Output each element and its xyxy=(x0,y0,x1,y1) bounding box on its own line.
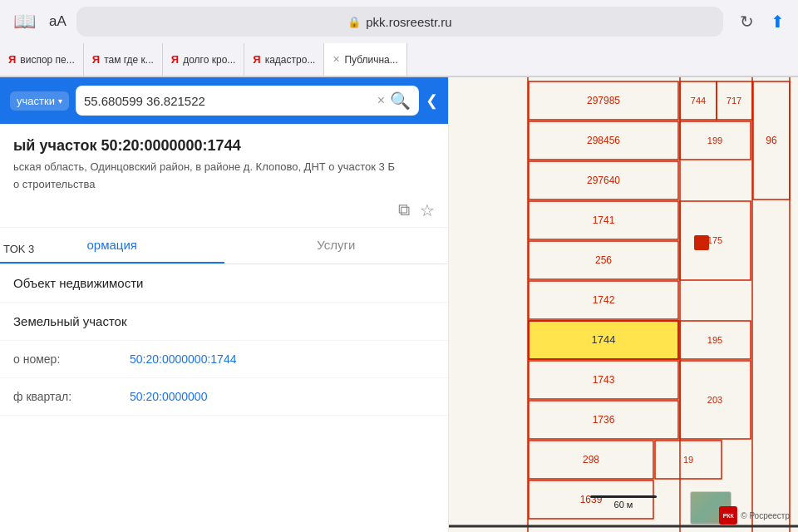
block-label: ф квартал: xyxy=(13,390,130,403)
svg-rect-0 xyxy=(449,77,798,532)
cadastral-label: о номер: xyxy=(13,352,130,366)
svg-text:297985: 297985 xyxy=(587,95,620,106)
tab-favicon-1: Я xyxy=(8,53,16,66)
left-panel: участки ▾ 55.680599 36.821522 × 🔍 ❮ ый у… xyxy=(0,77,449,532)
info-content: Объект недвижимости Земельный участок о … xyxy=(0,264,448,532)
map-svg: 297985 744 717 298456 199 297640 96 xyxy=(449,77,798,532)
collapse-icon[interactable]: ❮ xyxy=(426,91,438,110)
tab-publichna[interactable]: ✕ Публична... xyxy=(324,43,406,76)
tab-label-3: долго кро... xyxy=(183,54,235,66)
svg-text:1743: 1743 xyxy=(593,374,615,386)
tab-label-1: виспор пе... xyxy=(20,54,74,66)
search-category-label: участки xyxy=(17,95,55,107)
svg-text:175: 175 xyxy=(707,235,722,245)
tab-close-icon[interactable]: ✕ xyxy=(332,54,340,65)
search-icon[interactable]: 🔍 xyxy=(390,91,411,111)
object-type-row: Объект недвижимости xyxy=(13,276,143,290)
block-value[interactable]: 50:20:0000000 xyxy=(130,390,207,403)
svg-text:297640: 297640 xyxy=(587,175,620,186)
tab-kadastro[interactable]: Я кадастро... xyxy=(244,43,324,76)
search-value: 55.680599 36.821522 xyxy=(84,94,372,108)
tok-label: TOK 3 xyxy=(0,241,37,257)
tab-favicon-3: Я xyxy=(171,53,179,66)
tab-dolgo[interactable]: Я долго кро... xyxy=(163,43,244,76)
chevron-down-icon: ▾ xyxy=(58,96,62,106)
svg-text:744: 744 xyxy=(691,96,706,106)
object-header: ый участок 50:20:0000000:1744 ьская обла… xyxy=(0,124,448,228)
svg-text:298456: 298456 xyxy=(587,135,620,146)
scale-line xyxy=(590,495,657,498)
svg-text:96: 96 xyxy=(766,135,777,146)
rosreestr-watermark: РКК © Росреестр xyxy=(719,506,790,525)
copy-action-icon[interactable]: ⧉ xyxy=(398,200,410,220)
address-bar[interactable]: 🔒 pkk.rosreestr.ru xyxy=(76,7,723,37)
share-icon[interactable]: ⬆ xyxy=(771,12,785,32)
browser-chrome: 📖 аА 🔒 pkk.rosreestr.ru ↻ ⬆ Я виспор пе.… xyxy=(0,0,798,77)
object-title: ый участок 50:20:0000000:1744 xyxy=(13,137,435,155)
svg-text:203: 203 xyxy=(707,395,722,405)
tab-favicon-4: Я xyxy=(253,53,260,66)
svg-text:1744: 1744 xyxy=(592,333,616,346)
tab-vispor[interactable]: Я виспор пе... xyxy=(0,43,84,76)
object-actions: ⧉ ☆ xyxy=(13,197,435,220)
svg-text:1741: 1741 xyxy=(593,214,615,226)
svg-text:19: 19 xyxy=(683,455,693,465)
rosreestr-logo-text: РКК xyxy=(723,513,734,519)
tabs-row: Я виспор пе... Я там где к... Я долго кр… xyxy=(0,43,798,76)
tab-services-label: Услуги xyxy=(317,238,355,252)
svg-text:256: 256 xyxy=(595,254,612,266)
address-bar-row: 📖 аА 🔒 pkk.rosreestr.ru ↻ ⬆ xyxy=(0,0,798,43)
land-type-row: Земельный участок xyxy=(13,314,127,328)
main-content: участки ▾ 55.680599 36.821522 × 🔍 ❮ ый у… xyxy=(0,77,798,532)
object-address: ьская область, Одинцовский район, в райо… xyxy=(13,160,435,175)
tab-info-label: ормация xyxy=(87,238,137,252)
tab-label-5: Публична... xyxy=(344,54,397,66)
map-area[interactable]: 297985 744 717 298456 199 297640 96 xyxy=(449,77,798,532)
cadastral-value[interactable]: 50:20:0000000:1744 xyxy=(130,352,236,366)
tab-services[interactable]: Услуги xyxy=(224,228,449,264)
svg-text:199: 199 xyxy=(707,135,722,145)
object-type: о строительства xyxy=(13,178,435,190)
list-item: о номер: 50:20:0000000:1744 xyxy=(0,341,448,378)
tab-favicon-2: Я xyxy=(92,53,100,66)
info-tabs: ормация Услуги xyxy=(0,228,448,264)
search-category[interactable]: участки ▾ xyxy=(10,91,69,111)
svg-text:1742: 1742 xyxy=(593,294,615,306)
list-item: Объект недвижимости xyxy=(0,264,448,303)
svg-text:717: 717 xyxy=(727,96,741,106)
scale-text: 60 м xyxy=(614,500,633,510)
tab-label-2: там где к... xyxy=(104,54,154,66)
book-icon[interactable]: 📖 xyxy=(13,11,36,32)
search-bar: участки ▾ 55.680599 36.821522 × 🔍 ❮ xyxy=(0,77,448,124)
aa-text[interactable]: аА xyxy=(49,13,66,30)
svg-rect-25 xyxy=(694,235,709,250)
svg-text:298: 298 xyxy=(583,454,599,466)
url-text: pkk.rosreestr.ru xyxy=(366,15,451,29)
svg-text:1736: 1736 xyxy=(593,414,615,426)
rosreestr-text: © Росреестр xyxy=(741,511,790,520)
list-item: Земельный участок xyxy=(0,303,448,341)
favorite-action-icon[interactable]: ☆ xyxy=(420,200,435,220)
tab-label-4: кадастро... xyxy=(265,54,316,66)
tab-tamgde[interactable]: Я там где к... xyxy=(84,43,163,76)
search-clear-icon[interactable]: × xyxy=(377,93,385,108)
map-canvas: 297985 744 717 298456 199 297640 96 xyxy=(449,77,798,532)
svg-text:195: 195 xyxy=(707,335,722,345)
list-item: ф квартал: 50:20:0000000 xyxy=(0,378,448,416)
lock-icon: 🔒 xyxy=(347,16,361,28)
rosreestr-logo: РКК xyxy=(719,506,737,525)
scale-bar: 60 м xyxy=(590,495,657,510)
search-input-area[interactable]: 55.680599 36.821522 × 🔍 xyxy=(76,86,419,116)
reload-icon[interactable]: ↻ xyxy=(740,12,754,32)
